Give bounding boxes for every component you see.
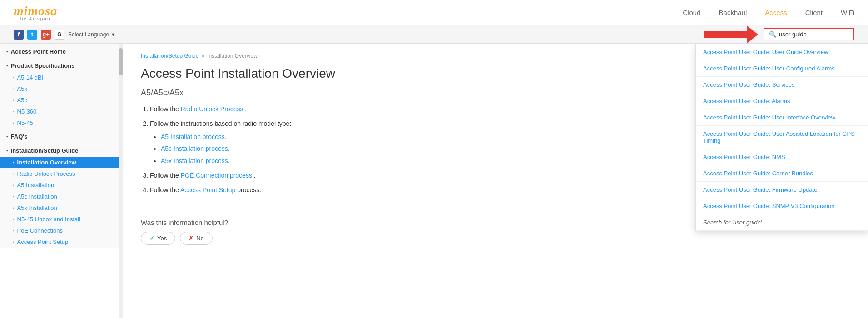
twitter-icon[interactable]: t [27,30,37,40]
content-area: Installation/Setup Guide » Installation … [123,44,868,318]
nav-backhaul[interactable]: Backhaul [719,9,747,16]
nav-access[interactable]: Access [765,9,787,16]
sidebar-item-a5c-installation[interactable]: A5c Installation [0,191,122,202]
search-icon: 🔍 [769,31,776,38]
sidebar-section-faqs-label: FAQ's [11,133,28,140]
sidebar-item-n5-45-unbox[interactable]: N5-45 Unbox and Install [0,214,122,225]
breadcrumb-separator: » [201,53,204,59]
sidebar-item-a5-installation[interactable]: A5 Installation [0,179,122,191]
second-bar: f t g+ G Select Language ▼ 🔍 [0,25,868,44]
dropdown-item-2[interactable]: Access Point User Guide: User Configured… [696,60,868,77]
dropdown-item-6[interactable]: Access Point User Guide: User Assisted L… [696,126,868,149]
dropdown-search-for[interactable]: Search for 'user guide' [696,214,868,231]
svg-marker-1 [747,25,758,44]
language-dropdown-icon: ▼ [111,32,116,37]
nav-wifi[interactable]: WiFi [841,9,854,16]
language-selector[interactable]: Select Language ▼ [68,31,116,38]
sidebar-section-access-point-home[interactable]: Access Point Home [0,44,122,58]
googleplus-icon[interactable]: g+ [41,30,51,40]
yes-label: Yes [157,235,167,242]
dropdown-item-10[interactable]: Access Point User Guide: SNMP V3 Configu… [696,198,868,214]
dropdown-item-4[interactable]: Access Point User Guide: Alarms [696,93,868,109]
sidebar-section-product-specs-label: Product Specifications [11,62,75,69]
sidebar-section-access-point-home-label: Access Point Home [11,48,66,55]
search-area: 🔍 [704,23,854,46]
main-nav: Cloud Backhaul Access Client WiFi [683,9,854,16]
breadcrumb-current: Installation Overview [207,53,258,59]
sidebar-item-a5x[interactable]: A5x [0,83,122,94]
dropdown-item-8[interactable]: Access Point User Guide: Carrier Bundles [696,165,868,182]
sidebar-item-a5c[interactable]: A5c [0,94,122,106]
top-nav: mimosa by Airspan Cloud Backhaul Access … [0,0,868,25]
facebook-icon[interactable]: f [14,30,24,40]
cross-icon: ✗ [188,235,193,242]
step-3-prefix: Follow the [150,172,181,179]
sidebar-item-n5-360[interactable]: N5-360 [0,106,122,117]
logo: mimosa by Airspan [14,4,57,21]
sidebar-wrapper: Access Point Home Product Specifications… [0,44,123,318]
google-icon[interactable]: G [55,30,64,40]
language-label: Select Language [68,31,109,38]
sidebar-item-radio-unlock[interactable]: Radio Unlock Process [0,168,122,179]
dropdown-item-3[interactable]: Access Point User Guide: Services [696,77,868,93]
sidebar-section-faqs[interactable]: FAQ's [0,129,122,143]
main-layout: Access Point Home Product Specifications… [0,44,868,318]
social-bar: f t g+ G Select Language ▼ [14,30,116,40]
dropdown-item-5[interactable]: Access Point User Guide: User Interface … [696,109,868,126]
sidebar-item-n5-45[interactable]: N5-45 [0,117,122,129]
page-title-main: Installation Overview [218,66,335,80]
sidebar-section-install-guide[interactable]: Installation/Setup Guide [0,143,122,157]
sub-link-a5[interactable]: A5 Installation process. [161,133,227,140]
sidebar-scroll-thumb [119,48,123,75]
step-2-text: Follow the instructions based on radio m… [150,120,291,127]
search-dropdown: Access Point User Guide: User Guide Over… [695,44,868,231]
step-1-link[interactable]: Radio Unlock Process [181,105,243,113]
no-button[interactable]: ✗ No [180,232,213,245]
yes-button[interactable]: ✓ Yes [141,232,175,245]
dropdown-item-9[interactable]: Access Point User Guide: Firmware Update [696,182,868,198]
helpful-buttons: ✓ Yes ✗ No [141,232,850,245]
sidebar-section-install-guide-label: Installation/Setup Guide [11,147,79,154]
brand-name: mimosa [14,4,57,18]
sidebar-item-a5x-installation[interactable]: A5x Installation [0,202,122,214]
page-title-prefix: Access Point [141,66,218,80]
sidebar-section-product-specs[interactable]: Product Specifications [0,58,122,72]
step-1-prefix: Follow the [150,105,181,113]
step-4-suffix: process. [237,186,261,194]
step-3-suffix: . [254,172,256,179]
sidebar-item-access-point-setup[interactable]: Access Point Setup [0,236,122,248]
nav-client[interactable]: Client [805,9,823,16]
red-arrow-icon [704,23,758,46]
svg-rect-0 [704,31,747,38]
nav-cloud[interactable]: Cloud [683,9,700,16]
sidebar: Access Point Home Product Specifications… [0,44,123,248]
sub-link-a5x[interactable]: A5x Installation process. [161,157,230,164]
search-box[interactable]: 🔍 [764,28,854,40]
red-arrow-container [704,23,758,46]
sidebar-item-a5-14dbi[interactable]: A5-14 dBi [0,72,122,83]
no-label: No [196,235,204,242]
dropdown-item-1[interactable]: Access Point User Guide: User Guide Over… [696,44,868,60]
search-input[interactable] [779,31,843,38]
sidebar-item-poe-connections[interactable]: PoE Connections [0,225,122,236]
sub-link-a5c[interactable]: A5c Installation process. [161,145,230,152]
step-4-prefix: Follow the [150,186,180,194]
sidebar-item-installation-overview[interactable]: Installation Overview [0,157,122,168]
sidebar-scrollbar[interactable] [119,44,123,318]
dropdown-item-7[interactable]: Access Point User Guide: NMS [696,149,868,165]
step-4-link[interactable]: Access Point Setup [180,186,235,194]
step-3-link[interactable]: POE Connection process [181,172,252,179]
step-1-suffix: . [245,105,247,113]
check-icon: ✓ [149,235,154,242]
breadcrumb-parent[interactable]: Installation/Setup Guide [141,53,198,59]
